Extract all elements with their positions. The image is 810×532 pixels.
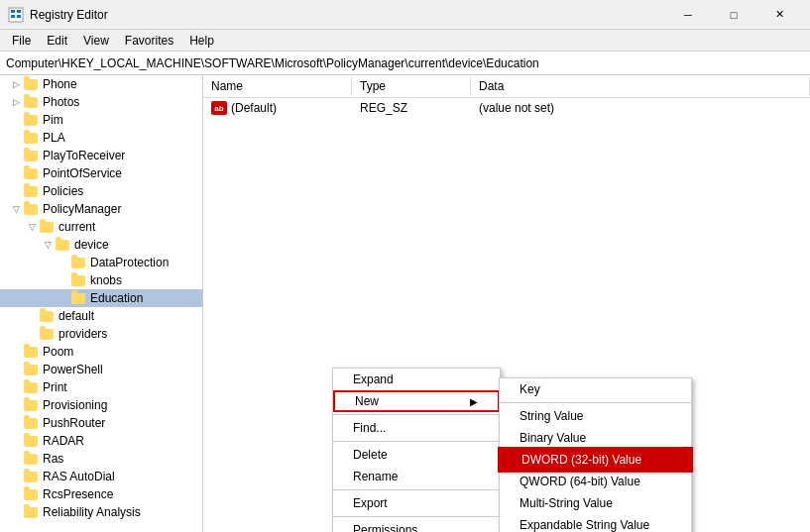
svg-rect-1 [11,10,15,13]
folder-icon [24,362,40,377]
menu-view[interactable]: View [75,32,117,50]
tree-item[interactable]: ▷ Provisioning [0,396,202,414]
submenu-expandable-string-value[interactable]: Expandable String Value [500,514,691,532]
tree-item[interactable]: ▷ Poom [0,343,202,361]
tree-item[interactable]: ▷ PointOfService [0,164,202,182]
folder-icon [24,451,40,467]
tree-item-label: Phone [43,77,77,91]
folder-icon [56,237,71,253]
submenu-string-value[interactable]: String Value [500,405,691,427]
tree-item[interactable]: ▷ Phone [0,75,202,93]
tree-item[interactable]: ▷ PLA [0,129,202,147]
tree-pane[interactable]: ▷ Phone ▷ Photos ▷ Pim ▷ PLA ▷ PlayToRec… [0,75,203,532]
tree-item[interactable]: ▷ Print [0,378,202,396]
menu-expand[interactable]: Expand [333,369,500,390]
menu-find[interactable]: Find... [333,417,500,439]
tree-item[interactable]: ▷ PlayToReceiver [0,147,202,164]
address-bar: Computer\HKEY_LOCAL_MACHINE\SOFTWARE\Mic… [0,52,810,75]
folder-icon [24,344,40,360]
tree-item-label: Pim [43,113,63,127]
minimize-button[interactable]: ─ [665,0,711,30]
close-button[interactable]: ✕ [756,0,802,30]
submenu-dword-value[interactable]: DWORD (32-bit) Value [500,449,691,471]
folder-icon [24,433,40,449]
folder-icon [71,255,87,270]
menu-rename[interactable]: Rename [333,466,500,487]
tree-item[interactable]: ▷ Policies [0,182,202,200]
menu-favorites[interactable]: Favorites [117,32,181,50]
menu-delete[interactable]: Delete [333,444,500,466]
tree-item[interactable]: ▷ Reliability Analysis [0,503,202,521]
submenu-key[interactable]: Key [500,378,691,400]
menu-permissions[interactable]: Permissions... [333,519,500,532]
folder-icon [40,219,56,235]
tree-item-label: PowerShell [43,363,103,376]
submenu-qword-value[interactable]: QWORD (64-bit) Value [500,471,691,492]
submenu-arrow-icon: ▶ [470,396,478,407]
tree-item-education[interactable]: ▷ Education [0,289,202,307]
tree-item[interactable]: ▷ RADAR [0,432,202,450]
svg-rect-4 [17,15,21,18]
tree-item-label: current [58,220,95,234]
tree-item-label: Photos [43,95,79,109]
tree-item-label: device [74,238,109,252]
tree-item[interactable]: ▽ device [0,236,202,254]
detail-pane: Name Type Data ab (Default) REG_SZ (valu… [203,75,810,532]
tree-item[interactable]: ▷ PowerShell [0,361,202,378]
tree-item[interactable]: ▷ providers [0,325,202,343]
tree-item[interactable]: ▽ PolicyManager [0,200,202,218]
title-bar: Registry Editor ─ □ ✕ [0,0,810,30]
expand-icon: ▽ [24,222,40,232]
tree-item[interactable]: ▷ RAS AutoDial [0,468,202,485]
context-submenu[interactable]: Key String Value Binary Value DWORD (32-… [499,377,692,532]
menu-help[interactable]: Help [181,32,222,50]
tree-item[interactable]: ▷ DataProtection [0,254,202,271]
menu-new[interactable]: New ▶ [333,390,500,412]
tree-item-label: Poom [43,345,73,359]
tree-item-label: PolicyManager [43,202,121,216]
expand-icon: ▷ [8,97,24,107]
expand-icon: ▷ [8,79,24,89]
folder-icon [40,326,56,342]
tree-item[interactable]: ▷ Pim [0,111,202,129]
folder-icon [24,94,40,110]
tree-item[interactable]: ▷ Ras [0,450,202,468]
folder-icon [24,397,40,413]
tree-item-label: PlayToReceiver [43,149,125,162]
submenu-multi-string-value[interactable]: Multi-String Value [500,492,691,514]
tree-item-label: RAS AutoDial [43,470,115,483]
folder-icon [24,504,40,520]
context-overlay: Expand New ▶ Find... Delete Rename Expor… [203,75,810,532]
tree-item[interactable]: ▽ current [0,218,202,236]
folder-icon [24,379,40,395]
context-menu[interactable]: Expand New ▶ Find... Delete Rename Expor… [332,368,501,532]
cell-data: (value not set) [475,101,806,115]
window-controls: ─ □ ✕ [665,0,802,30]
tree-item-label: default [58,309,94,323]
menu-file[interactable]: File [4,32,39,50]
cell-name: ab (Default) [207,101,356,115]
separator [333,441,500,442]
tree-item-label: Reliability Analysis [43,505,141,519]
menu-export[interactable]: Export [333,492,500,514]
tree-item[interactable]: ▷ Photos [0,93,202,111]
tree-item-label: RcsPresence [43,487,113,501]
maximize-button[interactable]: □ [711,0,756,30]
submenu-binary-value[interactable]: Binary Value [500,427,691,449]
separator [333,516,500,517]
folder-icon [24,201,40,217]
detail-row[interactable]: ab (Default) REG_SZ (value not set) [203,98,810,118]
tree-item-label: Print [43,380,67,394]
tree-item[interactable]: ▷ PushRouter [0,414,202,432]
cell-type: REG_SZ [356,101,475,115]
tree-item[interactable]: ▷ RcsPresence [0,485,202,503]
app-icon [8,7,24,23]
menu-edit[interactable]: Edit [39,32,75,50]
folder-icon [24,112,40,128]
detail-header: Name Type Data [203,75,810,98]
tree-item-label: PushRouter [43,416,105,430]
tree-item[interactable]: ▷ knobs [0,271,202,289]
col-type: Type [352,77,471,95]
svg-rect-3 [11,15,15,18]
tree-item[interactable]: ▷ default [0,307,202,325]
